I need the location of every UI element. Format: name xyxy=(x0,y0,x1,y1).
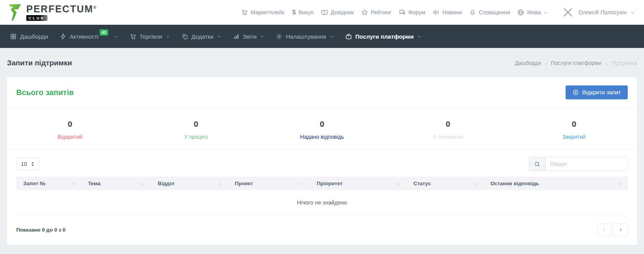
main-nav: Дашборди Активності 43 Торгівля Додатки … xyxy=(0,25,644,48)
chevron-down-icon xyxy=(217,34,221,39)
topbar-link-marketplace[interactable]: Маркетплейс xyxy=(241,9,285,16)
stat-label: У процесі xyxy=(133,134,259,140)
sort-icon[interactable]: ↑↓ xyxy=(474,181,476,186)
breadcrumb-item-dashboards[interactable]: Дашборди xyxy=(515,60,541,66)
brand-sub: CLUB xyxy=(26,15,48,21)
sort-icon[interactable]: ↑↓ xyxy=(141,181,144,186)
dollar-icon: $ xyxy=(292,9,296,15)
column-label: Тема xyxy=(88,181,100,186)
search-input[interactable] xyxy=(545,157,627,170)
topbar-link-directory[interactable]: Довідник xyxy=(321,9,354,16)
topbar-link-buyout[interactable]: $ Викуп xyxy=(292,9,314,15)
column-header-priority[interactable]: Пріоритет↑↓ xyxy=(310,177,406,190)
stat-open: 0 Відкритий xyxy=(7,119,133,140)
stat-value: 0 xyxy=(259,119,385,129)
topbar-link-forum[interactable]: Форум xyxy=(399,9,425,16)
pagination-summary: Показано 0 до 0 з 0 xyxy=(16,227,66,233)
perfectum-logo-mark xyxy=(8,3,22,21)
column-label: Відділ xyxy=(158,181,174,186)
user-name: Олексій Полосухін xyxy=(578,9,627,15)
breadcrumb-item-platform-services[interactable]: Послуги платформи xyxy=(551,60,602,66)
nav-item-trade[interactable]: Торгівля xyxy=(130,33,170,40)
sort-icon[interactable]: ↑↓ xyxy=(397,181,399,186)
stat-value: 0 xyxy=(511,119,637,129)
chevron-down-icon xyxy=(544,10,548,15)
nav-item-dashboards[interactable]: Дашборди xyxy=(10,33,48,40)
nav-item-reports[interactable]: Звіти xyxy=(233,33,265,40)
sort-icon[interactable]: ↑↓ xyxy=(618,181,621,186)
nav-item-activities[interactable]: Активності 43 xyxy=(60,33,118,40)
nav-item-label: Звіти xyxy=(243,33,257,40)
topbar-link-label: Маркетплейс xyxy=(251,9,285,15)
nav-item-addons[interactable]: Додатки xyxy=(182,33,221,40)
bell-icon xyxy=(469,9,476,16)
search-button[interactable] xyxy=(529,157,545,170)
user-menu[interactable]: Олексій Полосухін xyxy=(561,6,635,19)
page-size-value: 10 xyxy=(21,161,27,167)
open-request-button-label: Відкрити запит xyxy=(582,89,621,95)
pagination-next-button[interactable] xyxy=(613,223,628,236)
cart-icon xyxy=(130,33,136,40)
support-requests-card: Всього запитів Відкрити запит 0 Відкрити… xyxy=(7,77,637,245)
registered-mark: ® xyxy=(93,5,97,9)
column-header-project[interactable]: Проект↑↓ xyxy=(228,177,310,190)
avatar-placeholder-icon xyxy=(561,6,574,19)
select-arrows-icon xyxy=(31,162,35,167)
chevron-down-icon xyxy=(330,34,334,39)
chevron-down-icon xyxy=(166,34,170,39)
column-label: Запит № xyxy=(23,181,46,186)
chevron-right-icon xyxy=(618,227,623,232)
table-controls: 10 xyxy=(7,150,637,177)
topbar-link-rating[interactable]: Рейтинг xyxy=(361,9,391,16)
chevron-down-icon xyxy=(630,10,635,15)
breadcrumb-separator: › xyxy=(545,60,547,66)
card-header: Всього запитів Відкрити запит xyxy=(7,77,637,108)
column-header-status[interactable]: Статус↑↓ xyxy=(406,177,483,190)
book-icon xyxy=(321,9,328,16)
chat-icon xyxy=(399,9,406,16)
nav-item-settings[interactable]: Налаштування xyxy=(276,33,334,40)
topbar-link-news[interactable]: Новини xyxy=(433,9,462,16)
stat-value: 0 xyxy=(385,119,511,129)
column-header-department[interactable]: Відділ↑↓ xyxy=(151,177,228,190)
empty-state-row: Нічого не знайдено xyxy=(16,190,628,216)
cart-icon xyxy=(241,9,248,16)
nav-item-label: Додатки xyxy=(192,33,214,40)
card-footer: Показано 0 до 0 з 0 xyxy=(7,216,637,245)
topbar-link-language[interactable]: Мова xyxy=(517,9,548,16)
stat-value: 0 xyxy=(7,119,133,129)
column-label: Проект xyxy=(235,181,253,186)
page-title: Запити підтримки xyxy=(7,59,72,67)
column-header-request-no[interactable]: Запит №↑↓ xyxy=(16,177,81,190)
topbar-link-label: Рейтинг xyxy=(371,9,391,15)
page-size-select[interactable]: 10 xyxy=(16,158,39,170)
copy-icon xyxy=(182,33,188,40)
grid-icon xyxy=(10,33,17,40)
topbar: PERFECTUM® CLUB Маркетплейс $ Викуп Дові… xyxy=(0,0,644,25)
briefcase-icon xyxy=(345,33,352,40)
sort-icon[interactable]: ↑↓ xyxy=(300,181,303,186)
stat-label: Закритий xyxy=(511,134,637,140)
activities-count-badge: 43 xyxy=(100,29,108,36)
table-header-row: Запит №↑↓ Тема↑↓ Відділ↑↓ Проект↑↓ Пріор… xyxy=(16,177,628,190)
sort-icon[interactable]: ↑↓ xyxy=(71,181,74,186)
stat-label: Надано відповідь xyxy=(259,134,385,140)
stat-waiting: 0 В очікуванні xyxy=(385,119,511,140)
chevron-down-icon xyxy=(260,34,264,39)
column-header-last-reply[interactable]: Остання відповідь↑↓ xyxy=(483,177,628,190)
column-header-topic[interactable]: Тема↑↓ xyxy=(81,177,151,190)
topbar-link-label: Викуп xyxy=(298,9,313,15)
card-title: Всього запитів xyxy=(16,88,74,97)
stat-value: 0 xyxy=(133,119,259,129)
page-header: Запити підтримки Дашборди › Послуги плат… xyxy=(0,48,644,77)
perfectum-logo[interactable]: PERFECTUM® CLUB xyxy=(8,3,97,21)
chevron-down-icon xyxy=(417,34,421,39)
nav-item-platform-services[interactable]: Послуги платформи xyxy=(345,33,421,40)
pagination-prev-button[interactable] xyxy=(597,223,612,236)
speaker-icon xyxy=(433,9,440,16)
open-request-button[interactable]: Відкрити запит xyxy=(566,85,628,99)
sort-icon[interactable]: ↑↓ xyxy=(218,181,221,186)
topbar-link-notifications[interactable]: Сповіщення xyxy=(469,9,510,16)
topbar-link-label: Довідник xyxy=(331,9,354,15)
nav-item-label: Послуги платформи xyxy=(355,33,414,40)
